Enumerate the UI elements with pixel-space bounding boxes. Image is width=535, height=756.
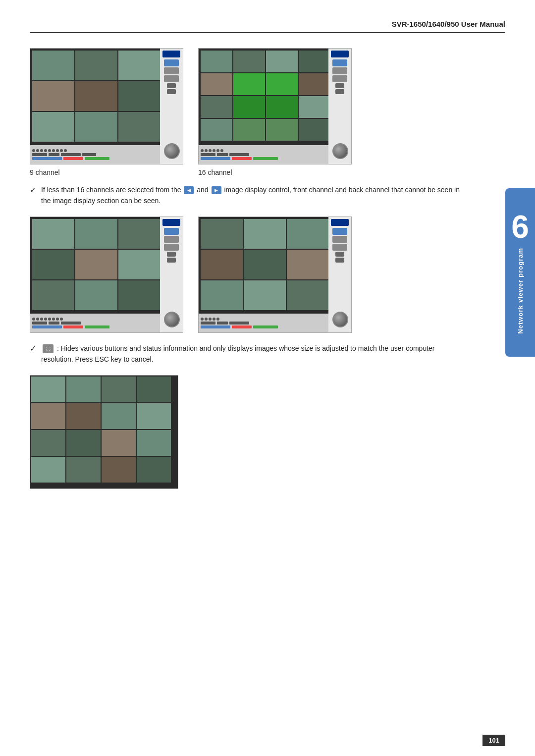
cam-cell — [201, 250, 243, 279]
dot — [205, 318, 208, 321]
dot — [56, 149, 59, 152]
dot — [213, 149, 215, 152]
cam-cell — [75, 219, 117, 249]
ss-btn — [332, 236, 347, 243]
ss-btn — [332, 59, 347, 66]
sixteen-channel-grid — [201, 51, 330, 141]
cam-cell — [31, 430, 65, 456]
cam-cell — [31, 457, 65, 483]
cam-cell — [244, 280, 286, 310]
status-row — [32, 153, 158, 156]
cam-cell — [32, 51, 74, 80]
dot — [201, 318, 204, 321]
progress-dots — [201, 318, 326, 321]
ss-btn — [332, 75, 347, 82]
cam-cell — [66, 403, 101, 429]
nine-channel-caption: 9 channel — [30, 168, 60, 176]
dot — [60, 149, 63, 152]
cam-cell — [118, 280, 160, 310]
cam-cell — [266, 119, 298, 141]
status-bar — [201, 153, 215, 156]
status-bar — [253, 157, 278, 160]
cam-cell — [233, 73, 265, 95]
side-tab: 6 Network viewer program — [505, 188, 535, 357]
bullet-section-1: ✓ If less than 16 channels are selected … — [30, 184, 505, 207]
next-channel-grid — [201, 219, 330, 311]
cam-cell — [75, 81, 117, 111]
samsung-logo — [162, 51, 180, 57]
ss-btn — [164, 228, 179, 235]
fullscreen-image-row — [30, 375, 505, 489]
cam-cell — [66, 377, 101, 402]
ss-btn — [335, 258, 344, 263]
cam-cell — [244, 219, 286, 249]
ss-btn — [332, 244, 347, 251]
dot — [60, 318, 63, 321]
cam-cell — [287, 219, 329, 249]
header-title: SVR-1650/1640/950 User Manual — [392, 20, 505, 28]
screenshot-bottom-bar — [199, 314, 328, 332]
status-bar — [32, 153, 47, 156]
cam-cell — [32, 250, 74, 279]
nine-channel-block: 9 channel — [30, 48, 183, 176]
cam-cell — [299, 119, 330, 141]
status-row — [201, 153, 326, 156]
cam-cell — [137, 377, 171, 402]
prev-channel-block — [30, 216, 183, 333]
cam-cell — [66, 430, 101, 456]
top-image-row: 9 channel — [30, 48, 505, 176]
next-channel-block — [198, 216, 352, 333]
cam-cell — [233, 96, 265, 118]
fullscreen-icon: ⛶ — [43, 344, 54, 353]
dot — [52, 318, 55, 321]
ss-btn — [167, 252, 176, 257]
cam-cell — [102, 377, 136, 402]
status-bar — [82, 153, 96, 156]
ss-btn — [335, 252, 344, 257]
ss-btn — [167, 258, 176, 263]
status-bar — [49, 322, 59, 324]
dot — [209, 149, 212, 152]
screenshot-bottom-bar — [199, 145, 328, 164]
cam-cell — [137, 430, 171, 456]
status-bar — [232, 325, 252, 328]
status-bar — [61, 322, 81, 324]
next-channel-icon: ▶ — [212, 186, 221, 194]
cam-cell — [299, 51, 330, 72]
prev-channel-grid — [32, 219, 161, 311]
cam-cell — [32, 219, 74, 249]
cam-cell — [233, 51, 265, 72]
cam-cell — [201, 73, 232, 95]
status-row — [201, 322, 326, 324]
status-bar — [232, 157, 252, 160]
second-image-row — [30, 216, 505, 333]
sixteen-channel-block: 16 channel — [198, 48, 352, 176]
status-row2 — [201, 325, 326, 328]
page-header: SVR-1650/1640/950 User Manual — [30, 20, 505, 33]
dot — [48, 318, 51, 321]
cam-cell — [102, 430, 136, 456]
sixteen-channel-screenshot — [198, 48, 352, 164]
status-bar — [32, 157, 62, 160]
control-knob — [164, 312, 180, 327]
status-bar — [85, 325, 109, 328]
nine-channel-grid — [32, 51, 161, 143]
bullet-text-1: If less than 16 channels are selected fr… — [41, 184, 466, 207]
ss-btn — [167, 83, 176, 88]
dot — [52, 149, 55, 152]
status-row2 — [201, 157, 326, 160]
cam-cell — [201, 51, 232, 72]
dot — [44, 149, 47, 152]
dot — [64, 149, 67, 152]
dot — [201, 149, 204, 152]
cam-cell — [287, 280, 329, 310]
cam-cell — [137, 403, 171, 429]
cam-cell — [32, 112, 74, 142]
dot — [36, 149, 39, 152]
dot — [32, 318, 35, 321]
bullet-text-2: ⛶ : Hides various buttons and status inf… — [41, 343, 466, 365]
chapter-title: Network viewer program — [517, 248, 524, 334]
ss-btn — [164, 236, 179, 243]
dot — [216, 318, 219, 321]
next-channel-screenshot — [198, 216, 352, 333]
